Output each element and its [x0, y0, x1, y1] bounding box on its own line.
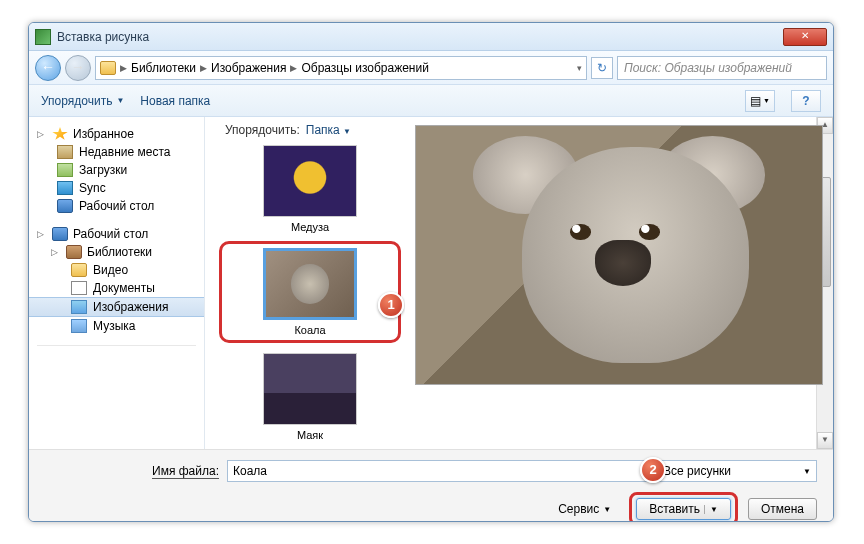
- sort-by-folder[interactable]: Папка ▼: [306, 123, 351, 137]
- window-title: Вставка рисунка: [57, 30, 783, 44]
- folder-icon: [100, 61, 116, 75]
- chevron-down-icon[interactable]: ▾: [577, 63, 582, 73]
- folder-icon: [71, 263, 87, 277]
- thumbnail-medusa: [263, 145, 357, 217]
- breadcrumb-libraries[interactable]: Библиотеки: [131, 61, 196, 75]
- chevron-right-icon: ▶: [290, 63, 297, 73]
- desktop-icon: [52, 227, 68, 241]
- libraries-group[interactable]: ▷Библиотеки: [29, 243, 204, 261]
- libraries-icon: [66, 245, 82, 259]
- address-bar[interactable]: ▶ Библиотеки ▶ Изображения ▶ Образцы изо…: [95, 56, 587, 80]
- file-koala-selected[interactable]: Коала: [226, 248, 394, 336]
- file-list[interactable]: Медуза Коала 1 Маяк ▲ ▼: [205, 117, 405, 449]
- search-placeholder: Поиск: Образцы изображений: [624, 61, 792, 75]
- annotation-badge-2: 2: [640, 457, 666, 483]
- sidebar-music[interactable]: Музыка: [29, 317, 204, 335]
- sidebar-pictures[interactable]: Изображения: [29, 297, 204, 317]
- organize-menu[interactable]: Упорядочить▼: [41, 94, 124, 108]
- music-icon: [71, 319, 87, 333]
- back-button[interactable]: ←: [35, 55, 61, 81]
- preview-pane: [405, 117, 833, 449]
- dialog-footer: Имя файла: Все рисунки▼ 2 Сервис▼ Встави…: [29, 449, 833, 522]
- sidebar-documents[interactable]: Документы: [29, 279, 204, 297]
- search-input[interactable]: Поиск: Образцы изображений: [617, 56, 827, 80]
- insert-button[interactable]: Вставить▼: [636, 498, 731, 520]
- filename-label: Имя файла:: [45, 464, 219, 478]
- sidebar-recent-places[interactable]: Недавние места: [29, 143, 204, 161]
- thumbnail-lighthouse: [263, 353, 357, 425]
- inner-toolbar: Упорядочить: Папка ▼: [225, 123, 351, 137]
- file-lighthouse[interactable]: Маяк: [223, 353, 397, 441]
- filename-input[interactable]: [227, 460, 649, 482]
- desktop-icon: [57, 199, 73, 213]
- refresh-button[interactable]: ↻: [591, 57, 613, 79]
- recent-icon: [57, 145, 73, 159]
- toolbar: Упорядочить▼ Новая папка ▤▼ ?: [29, 85, 833, 117]
- app-icon: [35, 29, 51, 45]
- tools-menu[interactable]: Сервис▼: [558, 502, 611, 516]
- chevron-right-icon: ▶: [200, 63, 207, 73]
- forward-button[interactable]: →: [65, 55, 91, 81]
- downloads-icon: [57, 163, 73, 177]
- titlebar[interactable]: Вставка рисунка ✕: [29, 23, 833, 51]
- document-icon: [71, 281, 87, 295]
- insert-picture-dialog: Вставка рисунка ✕ ← → ▶ Библиотеки ▶ Изо…: [28, 22, 834, 522]
- file-type-filter[interactable]: Все рисунки▼ 2: [657, 460, 817, 482]
- navigation-bar: ← → ▶ Библиотеки ▶ Изображения ▶ Образцы…: [29, 51, 833, 85]
- chevron-right-icon: ▶: [120, 63, 127, 73]
- preview-image-koala: [415, 125, 823, 385]
- pictures-icon: [71, 300, 87, 314]
- star-icon: [52, 127, 68, 141]
- desktop-group[interactable]: ▷Рабочий стол: [29, 225, 204, 243]
- close-button[interactable]: ✕: [783, 28, 827, 46]
- sidebar-downloads[interactable]: Загрузки: [29, 161, 204, 179]
- help-button[interactable]: ?: [791, 90, 821, 112]
- cancel-button[interactable]: Отмена: [748, 498, 817, 520]
- new-folder-button[interactable]: Новая папка: [140, 94, 210, 108]
- file-medusa[interactable]: Медуза: [223, 145, 397, 233]
- thumbnail-koala: [263, 248, 357, 320]
- breadcrumb-pictures[interactable]: Изображения: [211, 61, 286, 75]
- sync-icon: [57, 181, 73, 195]
- annotation-highlight-1: Коала 1: [219, 241, 401, 343]
- navigation-tree: ▷Избранное Недавние места Загрузки Sync …: [29, 117, 205, 449]
- annotation-highlight-2: Вставить▼: [629, 492, 738, 522]
- sidebar-sync[interactable]: Sync: [29, 179, 204, 197]
- view-options-button[interactable]: ▤▼: [745, 90, 775, 112]
- sidebar-video[interactable]: Видео: [29, 261, 204, 279]
- sidebar-desktop[interactable]: Рабочий стол: [29, 197, 204, 215]
- breadcrumb-samples[interactable]: Образцы изображений: [301, 61, 428, 75]
- annotation-badge-1: 1: [378, 292, 404, 318]
- organize-label: Упорядочить:: [225, 123, 300, 137]
- favorites-group[interactable]: ▷Избранное: [29, 125, 204, 143]
